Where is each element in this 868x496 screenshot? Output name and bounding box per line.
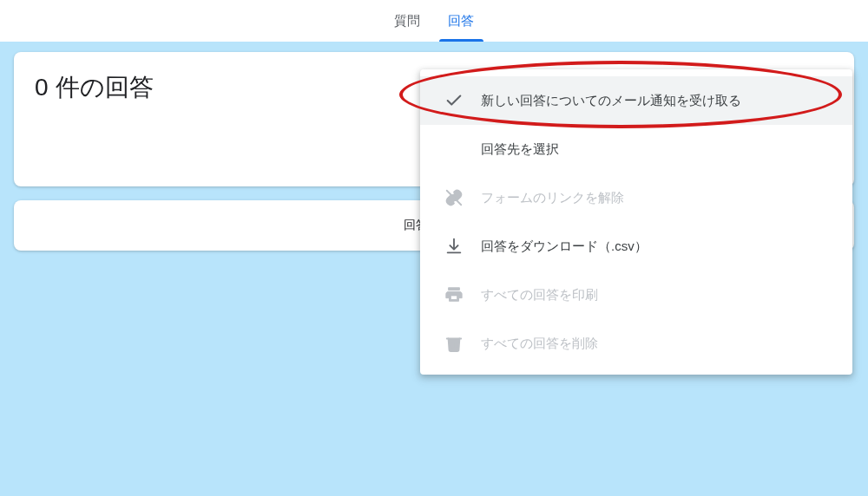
tab-bar: 質問 回答 — [0, 0, 868, 42]
print-icon — [444, 285, 464, 304]
tab-questions[interactable]: 質問 — [380, 0, 435, 42]
menu-item-delete-all: すべての回答を削除 — [420, 319, 852, 368]
menu-item-label: 新しい回答についてのメール通知を受け取る — [481, 93, 838, 109]
responses-options-menu: 新しい回答についてのメール通知を受け取る 回答先を選択 フォームのリンクを解除 … — [420, 69, 852, 375]
unlink-icon — [444, 188, 464, 207]
menu-item-label: フォームのリンクを解除 — [481, 190, 838, 206]
menu-item-unlink-form: フォームのリンクを解除 — [420, 173, 852, 222]
tab-responses-label: 回答 — [448, 13, 475, 29]
menu-item-print-all: すべての回答を印刷 — [420, 271, 852, 319]
tab-questions-label: 質問 — [394, 13, 421, 29]
menu-item-label: 回答先を選択 — [481, 141, 838, 158]
check-icon — [444, 91, 464, 110]
menu-item-label: すべての回答を印刷 — [481, 287, 838, 303]
menu-item-label: すべての回答を削除 — [481, 336, 838, 352]
tab-responses[interactable]: 回答 — [434, 0, 489, 42]
download-icon — [444, 237, 464, 256]
menu-item-select-destination[interactable]: 回答先を選択 — [420, 125, 852, 173]
blank-icon — [444, 140, 464, 159]
menu-item-email-notify[interactable]: 新しい回答についてのメール通知を受け取る — [420, 76, 852, 125]
menu-item-label: 回答をダウンロード（.csv） — [481, 238, 838, 255]
menu-item-download-csv[interactable]: 回答をダウンロード（.csv） — [420, 222, 852, 271]
trash-icon — [444, 334, 464, 353]
